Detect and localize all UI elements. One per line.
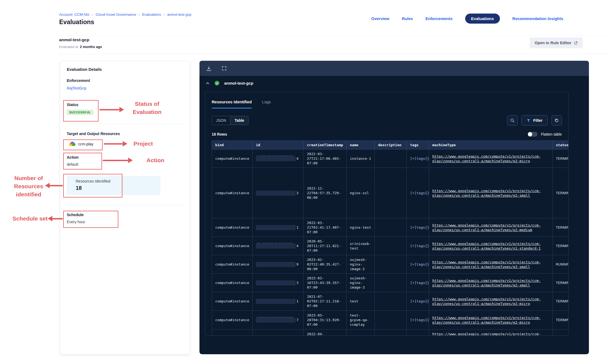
breadcrumb-current[interactable]: anmol-test-gcp <box>167 12 191 17</box>
cell-name: instance-1 <box>347 149 375 168</box>
copy-button[interactable] <box>551 115 562 126</box>
cell-id <box>253 330 304 336</box>
filter-label: Filter <box>533 118 543 123</box>
cell-creation-timestamp: 2023-03- 16T23:43:39.357- 07:00 <box>304 274 347 292</box>
machine-type-link[interactable]: https://www.googleapis.com/compute/v1/pr… <box>432 242 541 250</box>
cell-tags: [+]tags{} <box>407 274 429 292</box>
expand-tags-link[interactable]: [+]tags{} <box>410 318 429 322</box>
annotation-project-arrow <box>104 143 123 145</box>
cell-machine-type: https://www.googleapis.com/compute/v1/pr… <box>429 292 553 311</box>
breadcrumb: Account: CCM-NG › Cloud Asset Governance… <box>59 12 191 17</box>
evaluated-at-value: 2 months ago <box>80 45 102 49</box>
search-button[interactable] <box>507 115 518 126</box>
results-table: kind id creationTimestamp name descripti… <box>212 141 568 336</box>
copy-icon <box>554 118 559 123</box>
breadcrumb-account[interactable]: Account: CCM-NG <box>59 12 90 17</box>
nav-evaluations[interactable]: Evaluations <box>465 14 500 24</box>
view-toggle: JSON Table <box>212 116 249 125</box>
view-toggle-json[interactable]: JSON <box>212 116 230 125</box>
cell-name <box>347 330 375 336</box>
page-title: Evaluations <box>59 18 94 26</box>
cell-name: nginx-test <box>347 218 375 237</box>
cell-tags: [+]tags{} <box>407 292 429 311</box>
chevron-up-icon[interactable] <box>205 81 210 85</box>
result-header: anmol-test-gcp <box>205 80 253 86</box>
cell-kind: compute#instance <box>212 255 253 274</box>
cell-description <box>375 168 407 218</box>
expand-tags-link[interactable]: [+]tags{} <box>410 157 429 161</box>
nav-enforcements[interactable]: Enforcements <box>426 16 453 21</box>
nav-overview[interactable]: Overview <box>371 16 389 21</box>
flatten-table-control: Flatten table <box>528 132 562 137</box>
cell-status: TERMINATED <box>553 292 569 311</box>
cell-machine-type: https://www.googleapis.com/compute/v1/pr… <box>429 330 553 336</box>
tab-underline <box>262 108 271 108</box>
table-row: compute#instance0000400600004000072023-0… <box>212 311 569 330</box>
fullscreen-icon <box>221 66 227 71</box>
machine-type-link[interactable]: https://www.googleapis.com/compute/v1/pr… <box>432 332 541 336</box>
expand-tags-link[interactable]: [+]tags{} <box>410 262 429 266</box>
success-check-icon <box>214 80 220 86</box>
result-title: anmol-test-gcp <box>224 81 253 85</box>
cell-creation-timestamp: 2023-03- 28T04:31:13.020- 07:00 <box>304 311 347 330</box>
redacted-id: 500050015070000774 <box>256 155 300 162</box>
enforcement-label: Enforcement <box>67 78 90 83</box>
cell-description <box>375 311 407 330</box>
expand-tags-link[interactable]: [+]tags{} <box>410 225 429 229</box>
redacted-id: 1 <box>256 298 300 305</box>
download-icon <box>206 66 212 71</box>
expand-tags-link[interactable]: [+]tags{} <box>410 281 429 285</box>
machine-type-link[interactable]: https://www.googleapis.com/compute/v1/pr… <box>432 279 541 287</box>
open-in-rule-editor-button[interactable]: Open in Rule Editor <box>530 37 583 48</box>
filter-funnel-icon <box>526 119 531 123</box>
search-icon <box>510 118 515 123</box>
annotation-resources-box <box>63 174 122 197</box>
evaluated-at: Evaluated at: 2 months ago <box>59 45 102 49</box>
annotation-resources-text: Number of Resources identified <box>9 174 48 199</box>
table-row: 2022-04-https://www.googleapis.com/compu… <box>212 330 569 336</box>
cell-name: srinivasb- test <box>347 237 375 255</box>
tab-resources-identified[interactable]: Resources Identified <box>212 100 252 108</box>
expand-tags-link[interactable]: [+]tags{} <box>410 244 429 248</box>
machine-type-link[interactable]: https://www.googleapis.com/compute/v1/pr… <box>432 223 541 232</box>
cell-id: 1 <box>253 292 304 311</box>
cell-creation-timestamp: 2022-04- <box>304 330 347 336</box>
col-status: status <box>553 141 569 149</box>
result-inner-card: Resources Identified Logs JSON Table <box>205 92 569 336</box>
annotation-action-arrowhead <box>128 158 133 163</box>
annotation-status-text: Status of Evaluation <box>123 100 172 116</box>
flatten-table-toggle[interactable] <box>528 132 538 137</box>
table-header-row: kind id creationTimestamp name descripti… <box>212 141 569 149</box>
machine-type-link[interactable]: https://www.googleapis.com/compute/v1/pr… <box>432 154 541 163</box>
cell-tags: [+]tags{} <box>407 255 429 274</box>
cell-kind: compute#instance <box>212 149 253 168</box>
expand-tags-link[interactable]: [+]tags{} <box>410 299 429 303</box>
annotation-action-box <box>63 153 102 170</box>
enforcement-link[interactable]: RajTestGcp <box>67 86 86 90</box>
fullscreen-button[interactable] <box>221 66 227 71</box>
download-button[interactable] <box>206 66 212 71</box>
cell-description <box>375 274 407 292</box>
cell-description <box>375 149 407 168</box>
cell-id: 1 <box>253 218 304 237</box>
machine-type-link[interactable]: https://www.googleapis.com/compute/v1/pr… <box>432 260 541 269</box>
machine-type-link[interactable]: https://www.googleapis.com/compute/v1/pr… <box>432 316 541 324</box>
nav-rules[interactable]: Rules <box>402 16 413 21</box>
cell-id: 3 <box>253 274 304 292</box>
tab-logs-label: Logs <box>262 100 271 108</box>
breadcrumb-cloud-asset-governance[interactable]: Cloud Asset Governance <box>96 12 136 17</box>
cell-creation-timestamp: 2021-07- 02T02:27:11.218- 07:00 <box>304 292 347 311</box>
cell-machine-type: https://www.googleapis.com/compute/v1/pr… <box>429 168 553 218</box>
cell-machine-type: https://www.googleapis.com/compute/v1/pr… <box>429 218 553 237</box>
machine-type-link[interactable]: https://www.googleapis.com/compute/v1/pr… <box>432 297 541 306</box>
expand-tags-link[interactable]: [+]tags{} <box>410 191 429 195</box>
view-toggle-table[interactable]: Table <box>230 116 248 125</box>
nav-recommendation-insights[interactable]: Recommendation Insights <box>512 16 563 21</box>
machine-type-link[interactable]: https://www.googleapis.com/compute/v1/pr… <box>432 189 541 197</box>
external-link-icon <box>574 41 578 45</box>
breadcrumb-evaluations[interactable]: Evaluations <box>142 12 161 17</box>
rows-info-bar: 18 Rows Flatten table <box>212 132 568 137</box>
cell-kind <box>212 330 253 336</box>
filter-button[interactable]: Filter <box>521 115 548 126</box>
tab-logs[interactable]: Logs <box>262 100 271 108</box>
